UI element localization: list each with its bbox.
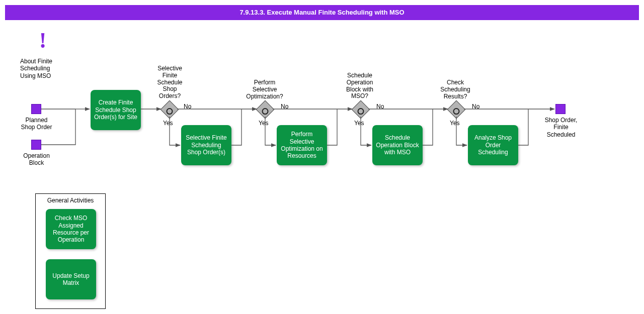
gateway-check-label: Check Scheduling Results? bbox=[435, 79, 475, 100]
gateway-selective-finite[interactable] bbox=[160, 100, 179, 119]
title-bar: 7.9.13.3. Execute Manual Finite Scheduli… bbox=[5, 5, 639, 20]
activity-schedule-opblock[interactable]: Schedule Operation Block with MSO bbox=[372, 125, 423, 165]
info-caption: About Finite Scheduling Using MSO bbox=[20, 58, 65, 79]
end-event[interactable] bbox=[555, 104, 566, 114]
g1-text: Selective Finite Schedule Shop Orders? bbox=[157, 65, 182, 99]
opblock-label: Operation Block bbox=[23, 152, 50, 166]
g1-yes: Yes bbox=[163, 120, 173, 127]
activity-update-label: Update Setup Matrix bbox=[49, 272, 93, 287]
gateway-selective-finite-label: Selective Finite Schedule Shop Orders? bbox=[151, 65, 189, 100]
start-event-planned-label: Planned Shop Order bbox=[18, 117, 55, 131]
activity-analyze[interactable]: Analyze Shop Order Scheduling bbox=[468, 125, 518, 165]
g3-yes: Yes bbox=[354, 120, 364, 127]
g4-yes: Yes bbox=[450, 120, 460, 127]
g1-no: No bbox=[184, 103, 191, 110]
g3-text: Schedule Operation Block with MSO? bbox=[346, 72, 373, 99]
gateway-schedule-label: Schedule Operation Block with MSO? bbox=[340, 72, 380, 100]
planned-label: Planned Shop Order bbox=[21, 117, 52, 131]
info-icon[interactable]: ! bbox=[35, 28, 50, 53]
output-text: Shop Order, Finite Scheduled bbox=[545, 117, 578, 138]
activity-perform-optimization[interactable]: Perform Selective Optimization on Resour… bbox=[277, 125, 327, 165]
activity-create-finite-schedule[interactable]: Create Finite Schedule Shop Order(s) for… bbox=[91, 90, 141, 130]
activity-selective-label: Selective Finite Scheduling Shop Order(s… bbox=[184, 134, 228, 156]
gateway-schedule-opblock[interactable] bbox=[352, 100, 370, 119]
info-caption-text: About Finite Scheduling Using MSO bbox=[20, 58, 52, 79]
start-event-opblock[interactable] bbox=[31, 140, 41, 150]
start-event-planned[interactable] bbox=[31, 104, 41, 114]
g3-no: No bbox=[376, 103, 384, 110]
activity-create-label: Create Finite Schedule Shop Order(s) for… bbox=[94, 99, 138, 121]
start-event-opblock-label: Operation Block bbox=[18, 152, 55, 167]
activity-selective-finite[interactable]: Selective Finite Scheduling Shop Order(s… bbox=[181, 125, 231, 165]
g2-text: Perform Selective Optimization? bbox=[246, 79, 283, 100]
g4-no: No bbox=[472, 103, 479, 110]
g2-no: No bbox=[281, 103, 288, 110]
activity-perform-label: Perform Selective Optimization on Resour… bbox=[280, 131, 324, 160]
title-text: 7.9.13.3. Execute Manual Finite Scheduli… bbox=[239, 9, 404, 16]
g2-yes: Yes bbox=[259, 120, 269, 127]
gateway-perform-label: Perform Selective Optimization? bbox=[245, 79, 285, 100]
general-activities-box: General Activities Check MSO Assigned Re… bbox=[35, 193, 106, 309]
activity-update-setup-matrix[interactable]: Update Setup Matrix bbox=[46, 259, 96, 299]
g4-text: Check Scheduling Results? bbox=[440, 79, 470, 100]
activity-analyze-label: Analyze Shop Order Scheduling bbox=[471, 134, 515, 156]
gateway-check-results[interactable] bbox=[447, 100, 466, 119]
activity-schedule-label: Schedule Operation Block with MSO bbox=[375, 134, 420, 156]
gateway-perform-selective[interactable] bbox=[256, 100, 275, 119]
end-event-label: Shop Order, Finite Scheduled bbox=[538, 117, 584, 138]
activity-check-mso[interactable]: Check MSO Assigned Resource per Operatio… bbox=[46, 209, 96, 249]
activity-check-mso-label: Check MSO Assigned Resource per Operatio… bbox=[49, 215, 93, 244]
general-activities-title: General Activities bbox=[36, 194, 105, 204]
